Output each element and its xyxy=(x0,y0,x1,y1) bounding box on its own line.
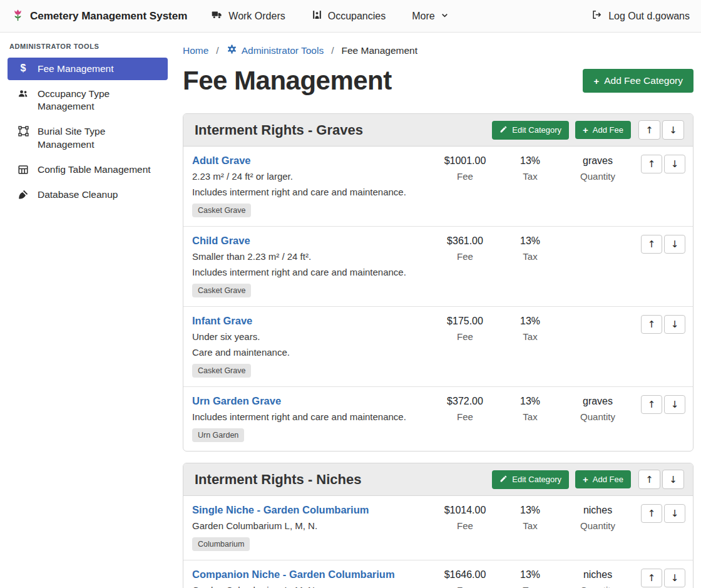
truck-icon xyxy=(211,9,223,23)
edit-category-button[interactable]: Edit Category xyxy=(492,470,569,489)
move-fee-up-button[interactable]: ↑ xyxy=(641,569,662,587)
move-fee-up-button[interactable]: ↑ xyxy=(641,395,662,414)
tax-value: 13% xyxy=(498,569,563,580)
vector-square-icon xyxy=(16,126,30,137)
fee-amount-label: Fee xyxy=(432,251,498,262)
sidebar-item-label: Config Table Management xyxy=(38,163,151,176)
fee-description: 2.23 m² / 24 ft² or larger. xyxy=(192,171,427,182)
category-header: Interment Rights - Niches Edit Category … xyxy=(183,463,693,496)
move-fee-down-button[interactable]: ↓ xyxy=(664,569,685,587)
move-fee-down-button[interactable]: ↓ xyxy=(664,155,685,173)
move-fee-down-button[interactable]: ↓ xyxy=(664,504,685,523)
move-fee-down-button[interactable]: ↓ xyxy=(664,235,685,254)
tax-value: 13% xyxy=(498,316,563,327)
quantity-value: niches xyxy=(563,569,633,580)
nav-item-label: More xyxy=(412,11,434,22)
nav-item-label: Occupancies xyxy=(328,11,386,22)
down-arrow-icon: ↓ xyxy=(669,474,677,485)
sidebar-item-database-cleanup[interactable]: Database Cleanup xyxy=(8,183,168,206)
fee-name-link[interactable]: Urn Garden Grave xyxy=(192,395,281,407)
fee-amount: $1014.00 xyxy=(432,505,498,516)
add-fee-button[interactable]: + Add Fee xyxy=(575,470,631,488)
fee-name-link[interactable]: Infant Grave xyxy=(192,315,252,327)
broom-icon xyxy=(16,189,30,200)
tax-column: 13% Tax xyxy=(498,315,563,342)
add-fee-category-button[interactable]: + Add Fee Category xyxy=(583,69,693,93)
tax-value: 13% xyxy=(498,155,563,167)
fee-amount-column: $1014.00 Fee xyxy=(432,504,498,531)
category-card-niches: Interment Rights - Niches Edit Category … xyxy=(183,463,693,588)
gear-icon xyxy=(227,44,237,57)
quantity-value: niches xyxy=(563,505,633,516)
nav-item-label: Work Orders xyxy=(228,11,285,22)
sidebar-item-label: Burial Site Type Management xyxy=(38,125,161,150)
pencil-icon xyxy=(499,475,508,485)
down-arrow-icon: ↓ xyxy=(671,508,679,519)
move-category-down-button[interactable]: ↓ xyxy=(662,470,684,489)
fee-name-link[interactable]: Single Niche - Garden Columbarium xyxy=(192,504,369,516)
fee-tag: Columbarium xyxy=(192,537,250,551)
fee-name-link[interactable]: Companion Niche - Garden Columbarium xyxy=(192,569,395,580)
sidebar-item-occupancy-type-management[interactable]: Occupancy Type Management xyxy=(8,83,168,118)
category-header: Interment Rights - Graves Edit Category … xyxy=(183,114,693,147)
fee-name-link[interactable]: Child Grave xyxy=(192,235,250,247)
move-fee-up-button[interactable]: ↑ xyxy=(641,235,662,254)
move-category-up-button[interactable]: ↑ xyxy=(638,120,660,140)
fee-description: Smaller than 2.23 m² / 24 ft². xyxy=(192,251,427,262)
tax-value: 13% xyxy=(498,505,563,516)
plus-icon: + xyxy=(583,125,588,135)
logout-button[interactable]: Log Out d.gowans xyxy=(591,9,690,23)
edit-category-button[interactable]: Edit Category xyxy=(492,121,569,140)
fee-row: Child Grave Smaller than 2.23 m² / 24 ft… xyxy=(183,227,693,307)
sidebar-item-fee-management[interactable]: $ Fee Management xyxy=(8,58,168,80)
up-arrow-icon: ↑ xyxy=(645,125,653,136)
quantity-column: graves Quantity xyxy=(563,155,633,182)
admin-tools-sidebar: ADMINISTRATOR TOOLS $ Fee Management Occ… xyxy=(0,33,175,588)
sidebar-item-burial-site-type-management[interactable]: Burial Site Type Management xyxy=(8,120,168,155)
tax-value: 13% xyxy=(498,396,563,407)
fee-tag: Urn Garden xyxy=(192,428,244,442)
move-fee-up-button[interactable]: ↑ xyxy=(641,504,662,523)
fee-amount-column: $1001.00 Fee xyxy=(432,155,498,182)
nav-item-more[interactable]: More xyxy=(412,11,448,22)
fee-tag: Casket Grave xyxy=(192,204,251,217)
move-category-up-button[interactable]: ↑ xyxy=(638,470,660,489)
tax-column: 13% Tax xyxy=(498,155,563,182)
move-category-down-button[interactable]: ↓ xyxy=(662,120,684,140)
sidebar-item-label: Occupancy Type Management xyxy=(38,88,161,113)
fee-name-link[interactable]: Adult Grave xyxy=(192,155,251,167)
breadcrumb-home-link[interactable]: Home xyxy=(183,45,208,56)
logout-icon xyxy=(591,9,603,23)
occupancies-icon xyxy=(312,9,322,23)
fee-description: Includes interment right and care and ma… xyxy=(192,187,427,197)
breadcrumb-admin-tools-link[interactable]: Administrator Tools xyxy=(227,44,324,57)
down-arrow-icon: ↓ xyxy=(671,572,679,584)
fee-amount: $1001.00 xyxy=(432,155,498,167)
quantity-value: graves xyxy=(563,155,633,167)
quantity-value: graves xyxy=(563,396,633,407)
page-title: Fee Management xyxy=(183,66,392,96)
tax-column: 13% Tax xyxy=(498,569,563,588)
fee-row: Companion Niche - Garden Columbarium Gar… xyxy=(183,560,693,588)
up-arrow-icon: ↑ xyxy=(645,474,653,485)
sidebar-item-label: Fee Management xyxy=(38,63,114,75)
fee-amount: $361.00 xyxy=(432,235,498,247)
quantity-label: Quantity xyxy=(563,520,633,531)
move-fee-down-button[interactable]: ↓ xyxy=(664,395,685,414)
sidebar-item-config-table-management[interactable]: Config Table Management xyxy=(8,158,168,181)
move-fee-down-button[interactable]: ↓ xyxy=(664,315,685,334)
tax-label: Tax xyxy=(498,331,563,342)
dollar-icon: $ xyxy=(16,63,30,73)
nav-item-work-orders[interactable]: Work Orders xyxy=(211,9,285,23)
up-arrow-icon: ↑ xyxy=(648,239,656,250)
fee-amount-label: Fee xyxy=(432,585,498,588)
quantity-column: graves Quantity xyxy=(563,395,633,422)
move-fee-up-button[interactable]: ↑ xyxy=(641,155,662,173)
tax-value: 13% xyxy=(498,235,563,247)
category-title: Interment Rights - Niches xyxy=(192,472,361,488)
move-fee-up-button[interactable]: ↑ xyxy=(641,315,662,334)
nav-item-occupancies[interactable]: Occupancies xyxy=(312,9,386,23)
down-arrow-icon: ↓ xyxy=(671,319,679,330)
quantity-column xyxy=(563,235,633,235)
add-fee-button[interactable]: + Add Fee xyxy=(575,121,631,139)
